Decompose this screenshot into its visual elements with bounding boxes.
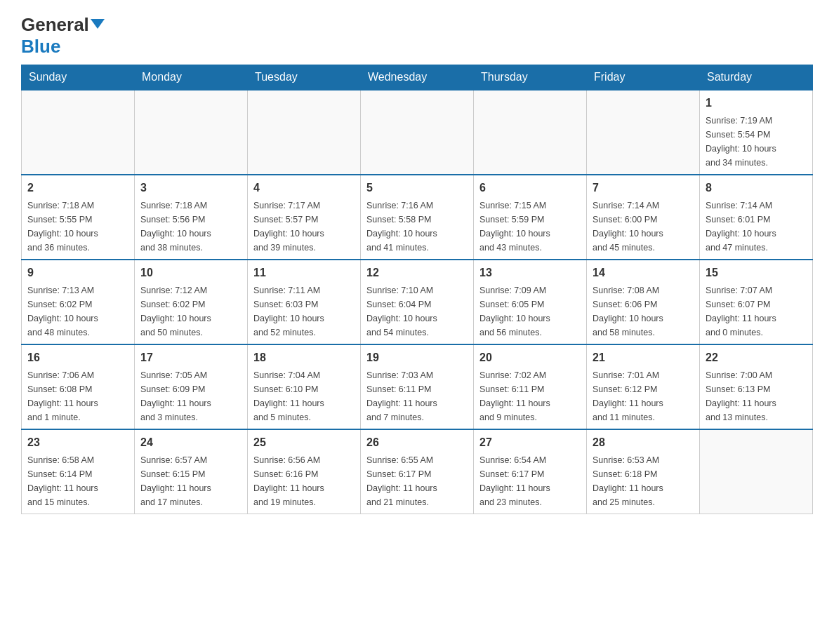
day-number: 16 (27, 349, 128, 366)
day-info: Sunrise: 7:00 AMSunset: 6:13 PMDaylight:… (706, 368, 807, 424)
day-number: 17 (140, 349, 241, 366)
day-info: Sunrise: 7:03 AMSunset: 6:11 PMDaylight:… (366, 368, 468, 424)
logo: GeneralBlue (21, 14, 105, 58)
calendar-week-row: 2Sunrise: 7:18 AMSunset: 5:55 PMDaylight… (22, 175, 813, 260)
day-number: 6 (479, 180, 581, 196)
day-info: Sunrise: 6:54 AMSunset: 6:17 PMDaylight:… (479, 453, 581, 509)
day-of-week-header: Thursday (474, 65, 587, 90)
day-number: 10 (140, 264, 241, 281)
day-info: Sunrise: 7:02 AMSunset: 6:11 PMDaylight:… (479, 368, 581, 424)
calendar-day-cell: 27Sunrise: 6:54 AMSunset: 6:17 PMDayligh… (474, 429, 587, 514)
calendar-day-cell: 10Sunrise: 7:12 AMSunset: 6:02 PMDayligh… (135, 260, 248, 344)
day-number: 5 (366, 180, 468, 196)
day-number: 7 (593, 180, 694, 196)
day-number: 15 (706, 264, 807, 281)
calendar-day-cell: 23Sunrise: 6:58 AMSunset: 6:14 PMDayligh… (22, 429, 135, 514)
calendar-day-cell: 5Sunrise: 7:16 AMSunset: 5:58 PMDaylight… (361, 175, 474, 260)
day-number: 2 (27, 180, 128, 196)
calendar-week-row: 9Sunrise: 7:13 AMSunset: 6:02 PMDaylight… (22, 260, 813, 344)
calendar-day-cell: 20Sunrise: 7:02 AMSunset: 6:11 PMDayligh… (474, 344, 587, 429)
logo-blue-text: Blue (21, 36, 60, 57)
day-of-week-header: Saturday (700, 65, 813, 90)
calendar-day-cell (22, 90, 135, 175)
day-number: 28 (593, 434, 694, 451)
calendar-day-cell: 4Sunrise: 7:17 AMSunset: 5:57 PMDaylight… (248, 175, 361, 260)
day-info: Sunrise: 7:01 AMSunset: 6:12 PMDaylight:… (593, 368, 694, 424)
day-info: Sunrise: 7:11 AMSunset: 6:03 PMDaylight:… (253, 283, 355, 340)
calendar-day-cell: 22Sunrise: 7:00 AMSunset: 6:13 PMDayligh… (700, 344, 813, 429)
page-header: GeneralBlue (21, 14, 813, 58)
day-info: Sunrise: 7:13 AMSunset: 6:02 PMDaylight:… (27, 283, 128, 340)
day-info: Sunrise: 7:05 AMSunset: 6:09 PMDaylight:… (140, 368, 241, 424)
calendar-day-cell: 6Sunrise: 7:15 AMSunset: 5:59 PMDaylight… (474, 175, 587, 260)
logo-text: GeneralBlue (21, 14, 105, 58)
calendar-day-cell (474, 90, 587, 175)
day-info: Sunrise: 7:18 AMSunset: 5:56 PMDaylight:… (140, 199, 241, 255)
day-number: 20 (479, 349, 581, 366)
logo-triangle-icon (91, 19, 105, 29)
calendar-day-cell: 25Sunrise: 6:56 AMSunset: 6:16 PMDayligh… (248, 429, 361, 514)
day-number: 9 (27, 264, 128, 281)
calendar-week-row: 23Sunrise: 6:58 AMSunset: 6:14 PMDayligh… (22, 429, 813, 514)
day-info: Sunrise: 6:53 AMSunset: 6:18 PMDaylight:… (593, 453, 694, 509)
day-of-week-header: Monday (135, 65, 248, 90)
calendar-day-cell: 16Sunrise: 7:06 AMSunset: 6:08 PMDayligh… (22, 344, 135, 429)
day-number: 18 (253, 349, 355, 366)
day-number: 4 (253, 180, 355, 196)
day-number: 22 (706, 349, 807, 366)
calendar-day-cell: 12Sunrise: 7:10 AMSunset: 6:04 PMDayligh… (361, 260, 474, 344)
day-info: Sunrise: 7:17 AMSunset: 5:57 PMDaylight:… (253, 199, 355, 255)
calendar-day-cell: 7Sunrise: 7:14 AMSunset: 6:00 PMDaylight… (587, 175, 700, 260)
calendar-week-row: 1Sunrise: 7:19 AMSunset: 5:54 PMDaylight… (22, 90, 813, 175)
day-info: Sunrise: 7:14 AMSunset: 6:00 PMDaylight:… (593, 199, 694, 255)
calendar-day-cell: 3Sunrise: 7:18 AMSunset: 5:56 PMDaylight… (135, 175, 248, 260)
day-number: 25 (253, 434, 355, 451)
day-number: 11 (253, 264, 355, 281)
calendar-day-cell: 8Sunrise: 7:14 AMSunset: 6:01 PMDaylight… (700, 175, 813, 260)
day-info: Sunrise: 7:16 AMSunset: 5:58 PMDaylight:… (366, 199, 468, 255)
calendar-day-cell: 21Sunrise: 7:01 AMSunset: 6:12 PMDayligh… (587, 344, 700, 429)
day-info: Sunrise: 7:14 AMSunset: 6:01 PMDaylight:… (706, 199, 807, 255)
day-number: 12 (366, 264, 468, 281)
calendar-day-cell (361, 90, 474, 175)
day-number: 27 (479, 434, 581, 451)
day-number: 13 (479, 264, 581, 281)
day-info: Sunrise: 7:19 AMSunset: 5:54 PMDaylight:… (706, 114, 807, 170)
day-number: 19 (366, 349, 468, 366)
day-info: Sunrise: 7:18 AMSunset: 5:55 PMDaylight:… (27, 199, 128, 255)
calendar-day-cell: 2Sunrise: 7:18 AMSunset: 5:55 PMDaylight… (22, 175, 135, 260)
calendar-header-row: SundayMondayTuesdayWednesdayThursdayFrid… (22, 65, 813, 90)
day-number: 8 (706, 180, 807, 196)
day-info: Sunrise: 7:06 AMSunset: 6:08 PMDaylight:… (27, 368, 128, 424)
calendar-day-cell: 28Sunrise: 6:53 AMSunset: 6:18 PMDayligh… (587, 429, 700, 514)
calendar-day-cell (248, 90, 361, 175)
day-info: Sunrise: 7:12 AMSunset: 6:02 PMDaylight:… (140, 283, 241, 340)
calendar-table: SundayMondayTuesdayWednesdayThursdayFrid… (21, 65, 813, 514)
calendar-day-cell: 19Sunrise: 7:03 AMSunset: 6:11 PMDayligh… (361, 344, 474, 429)
calendar-day-cell: 11Sunrise: 7:11 AMSunset: 6:03 PMDayligh… (248, 260, 361, 344)
calendar-day-cell: 17Sunrise: 7:05 AMSunset: 6:09 PMDayligh… (135, 344, 248, 429)
day-of-week-header: Wednesday (361, 65, 474, 90)
day-info: Sunrise: 7:09 AMSunset: 6:05 PMDaylight:… (479, 283, 581, 340)
day-number: 3 (140, 180, 241, 196)
calendar-day-cell: 13Sunrise: 7:09 AMSunset: 6:05 PMDayligh… (474, 260, 587, 344)
calendar-day-cell: 18Sunrise: 7:04 AMSunset: 6:10 PMDayligh… (248, 344, 361, 429)
day-info: Sunrise: 6:56 AMSunset: 6:16 PMDaylight:… (253, 453, 355, 509)
calendar-day-cell: 26Sunrise: 6:55 AMSunset: 6:17 PMDayligh… (361, 429, 474, 514)
day-info: Sunrise: 7:07 AMSunset: 6:07 PMDaylight:… (706, 283, 807, 340)
calendar-week-row: 16Sunrise: 7:06 AMSunset: 6:08 PMDayligh… (22, 344, 813, 429)
day-number: 14 (593, 264, 694, 281)
calendar-day-cell: 14Sunrise: 7:08 AMSunset: 6:06 PMDayligh… (587, 260, 700, 344)
day-info: Sunrise: 7:08 AMSunset: 6:06 PMDaylight:… (593, 283, 694, 340)
day-of-week-header: Sunday (22, 65, 135, 90)
calendar-day-cell: 1Sunrise: 7:19 AMSunset: 5:54 PMDaylight… (700, 90, 813, 175)
calendar-day-cell (587, 90, 700, 175)
day-info: Sunrise: 6:58 AMSunset: 6:14 PMDaylight:… (27, 453, 128, 509)
day-number: 21 (593, 349, 694, 366)
day-info: Sunrise: 6:55 AMSunset: 6:17 PMDaylight:… (366, 453, 468, 509)
calendar-day-cell (700, 429, 813, 514)
day-of-week-header: Friday (587, 65, 700, 90)
day-info: Sunrise: 7:15 AMSunset: 5:59 PMDaylight:… (479, 199, 581, 255)
day-info: Sunrise: 7:10 AMSunset: 6:04 PMDaylight:… (366, 283, 468, 340)
calendar-day-cell: 9Sunrise: 7:13 AMSunset: 6:02 PMDaylight… (22, 260, 135, 344)
